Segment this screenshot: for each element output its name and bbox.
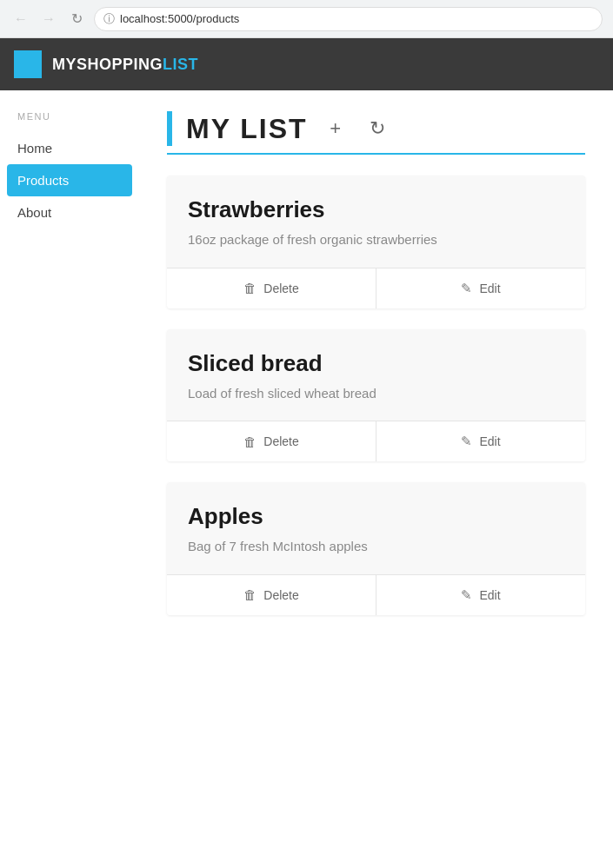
product-card-strawberries: Strawberries 16oz package of fresh organ…	[167, 176, 585, 308]
refresh-button[interactable]: ↻	[66, 9, 87, 30]
product-card-sliced-bread: Sliced bread Load of fresh sliced wheat …	[167, 329, 585, 462]
add-item-button[interactable]: +	[322, 115, 350, 142]
list-header: MY LIST + ↻	[167, 111, 585, 155]
sidebar-menu-label: MENU	[0, 111, 139, 122]
brand-name: MYSHOPPINGLIST	[52, 56, 198, 74]
product-name: Sliced bread	[188, 350, 564, 377]
info-icon: ⓘ	[103, 11, 115, 27]
browser-bar: ← → ↻ ⓘ localhost:5000/products	[0, 0, 613, 38]
trash-icon: 🗑	[243, 587, 257, 602]
brand-my: MY	[52, 56, 77, 73]
list-header-accent	[167, 111, 172, 146]
top-navbar: MYSHOPPINGLIST	[0, 38, 613, 90]
address-bar[interactable]: ⓘ localhost:5000/products	[94, 7, 603, 31]
delete-strawberries-button[interactable]: 🗑 Delete	[167, 268, 376, 308]
product-name: Apples	[188, 503, 564, 530]
edit-label: Edit	[479, 282, 500, 295]
sidebar-item-about[interactable]: About	[0, 196, 139, 229]
brand-list: LIST	[163, 56, 198, 73]
edit-apples-button[interactable]: ✎ Edit	[376, 575, 585, 615]
product-card-body: Apples Bag of 7 fresh McIntosh apples	[167, 482, 585, 574]
product-desc: Bag of 7 fresh McIntosh apples	[188, 537, 564, 557]
product-card-apples: Apples Bag of 7 fresh McIntosh apples 🗑 …	[167, 482, 585, 615]
sidebar-item-home[interactable]: Home	[0, 132, 139, 164]
edit-label: Edit	[479, 434, 500, 448]
product-card-body: Strawberries 16oz package of fresh organ…	[167, 176, 585, 268]
product-desc: 16oz package of fresh organic strawberri…	[188, 230, 564, 250]
edit-sliced-bread-button[interactable]: ✎ Edit	[376, 421, 585, 461]
product-card-body: Sliced bread Load of fresh sliced wheat …	[167, 329, 585, 421]
forward-button[interactable]: →	[38, 9, 59, 30]
trash-icon: 🗑	[243, 281, 257, 295]
product-card-actions: 🗑 Delete ✎ Edit	[167, 268, 585, 308]
trash-icon: 🗑	[243, 434, 257, 449]
back-button[interactable]: ←	[10, 9, 31, 30]
sidebar: MENU Home Products About	[0, 90, 139, 868]
main-content: MY LIST + ↻ Strawberries 16oz package of…	[139, 90, 613, 868]
edit-icon: ✎	[461, 281, 472, 296]
delete-label: Delete	[263, 434, 298, 448]
delete-sliced-bread-button[interactable]: 🗑 Delete	[167, 421, 376, 461]
delete-label: Delete	[263, 588, 298, 602]
product-card-actions: 🗑 Delete ✎ Edit	[167, 421, 585, 461]
delete-label: Delete	[263, 282, 298, 295]
edit-label: Edit	[479, 588, 500, 602]
url-text: localhost:5000/products	[120, 12, 239, 25]
brand-logo	[14, 50, 42, 78]
product-card-actions: 🗑 Delete ✎ Edit	[167, 574, 585, 615]
product-name: Strawberries	[188, 196, 564, 223]
edit-strawberries-button[interactable]: ✎ Edit	[376, 268, 585, 308]
edit-icon: ✎	[461, 434, 472, 449]
list-title: MY LIST	[186, 113, 308, 145]
layout: MENU Home Products About MY LIST + ↻ Str…	[0, 90, 613, 868]
refresh-list-button[interactable]: ↻	[363, 115, 391, 142]
sidebar-item-products[interactable]: Products	[7, 164, 132, 196]
product-desc: Load of fresh sliced wheat bread	[188, 384, 564, 404]
edit-icon: ✎	[461, 587, 472, 603]
brand-shopping: SHOPPING	[77, 56, 163, 73]
delete-apples-button[interactable]: 🗑 Delete	[167, 575, 376, 615]
